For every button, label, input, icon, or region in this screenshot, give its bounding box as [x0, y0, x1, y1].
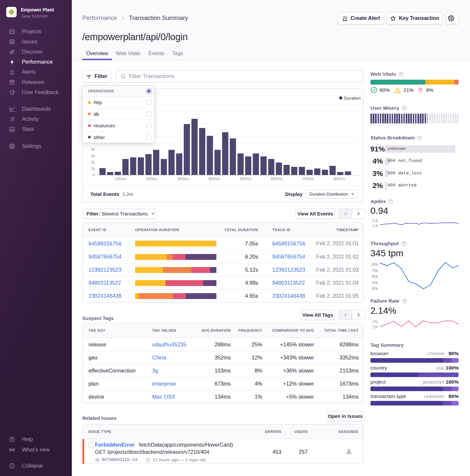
- svg-text:?: ?: [403, 106, 405, 110]
- svg-text:?: ?: [403, 242, 405, 245]
- svg-text:400ms: 400ms: [208, 177, 220, 181]
- svg-text:60k: 60k: [372, 274, 378, 279]
- svg-text:2%: 2%: [372, 320, 378, 324]
- svg-text:300ms: 300ms: [177, 177, 189, 181]
- svg-text:100ms: 100ms: [115, 177, 126, 181]
- svg-text:600ms: 600ms: [271, 177, 283, 181]
- svg-text:80k: 80k: [372, 262, 378, 267]
- svg-text:200ms: 200ms: [146, 177, 158, 181]
- svg-text:700ms: 700ms: [302, 177, 314, 181]
- svg-text:?: ?: [419, 136, 420, 139]
- svg-text:500ms: 500ms: [240, 177, 251, 181]
- svg-text:70k: 70k: [372, 268, 378, 273]
- svg-text:1%: 1%: [372, 325, 378, 329]
- svg-text:0: 0: [93, 173, 95, 177]
- svg-text:4k: 4k: [91, 147, 95, 152]
- svg-text:0.9: 0.9: [372, 219, 378, 223]
- svg-text:?: ?: [390, 200, 392, 203]
- svg-text:?: ?: [400, 72, 402, 76]
- svg-text:?: ?: [404, 299, 405, 303]
- svg-text:40k: 40k: [372, 286, 378, 291]
- svg-text:50k: 50k: [372, 280, 378, 285]
- svg-text:Duration: Duration: [344, 96, 361, 101]
- svg-text:1k: 1k: [91, 167, 95, 171]
- svg-text:3k: 3k: [91, 154, 95, 158]
- svg-text:800ms: 800ms: [334, 177, 345, 181]
- svg-text:2k: 2k: [91, 160, 95, 165]
- svg-text:0.8: 0.8: [372, 224, 378, 228]
